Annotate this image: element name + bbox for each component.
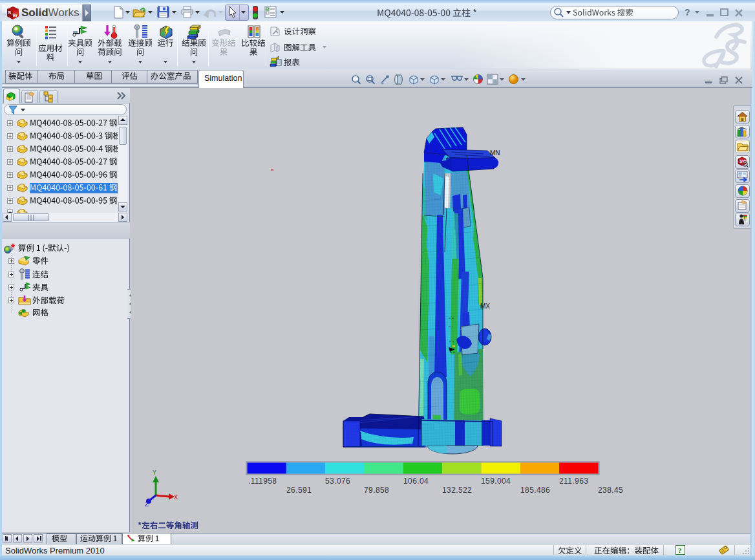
- svg-text:238.45: 238.45: [598, 486, 623, 495]
- svg-text:211.963: 211.963: [559, 477, 588, 486]
- svg-text:106.04: 106.04: [403, 477, 429, 486]
- svg-text:26.591: 26.591: [286, 486, 312, 495]
- svg-text:53.076: 53.076: [325, 477, 350, 486]
- svg-text:159.004: 159.004: [481, 477, 511, 486]
- svg-text:132.522: 132.522: [442, 486, 472, 495]
- svg-text:Y: Y: [153, 469, 156, 477]
- svg-text:X: X: [174, 494, 178, 501]
- svg-text:185.486: 185.486: [520, 486, 550, 495]
- svg-text:79.858: 79.858: [364, 486, 389, 495]
- svg-text:Z: Z: [145, 501, 149, 508]
- svg-text:.111958: .111958: [248, 477, 277, 486]
- svg-text:MN: MN: [490, 149, 500, 156]
- svg-text:?: ?: [678, 546, 682, 554]
- svg-text:MX: MX: [480, 303, 490, 310]
